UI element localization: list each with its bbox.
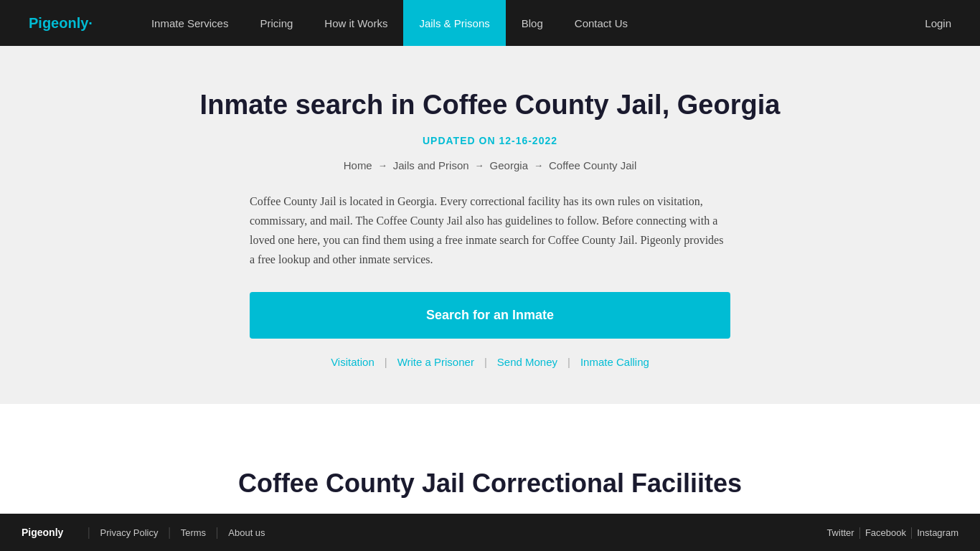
nav-blog[interactable]: Blog [506,0,559,46]
navigation: Pigeonly· Inmate Services Pricing How it… [0,0,980,46]
breadcrumb-facility[interactable]: Coffee County Jail [549,159,636,171]
nav-links: Inmate Services Pricing How it Works Jai… [136,0,925,46]
nav-contact-us[interactable]: Contact Us [559,0,644,46]
breadcrumb-home[interactable]: Home [344,159,372,171]
visitation-link[interactable]: Visitation [331,356,374,368]
page-title: Inmate search in Coffee County Jail, Geo… [29,89,951,122]
logo[interactable]: Pigeonly· [29,15,93,32]
instagram-link[interactable]: Instagram [917,527,958,538]
footer: Pigeonly | Privacy Policy | Terms | Abou… [0,514,980,551]
inmate-calling-link[interactable]: Inmate Calling [580,356,649,368]
twitter-link[interactable]: Twitter [826,527,854,538]
facilities-title: Coffee County Jail Correctional Faciliit… [29,468,951,499]
nav-jails-prisons[interactable]: Jails & Prisons [403,0,505,46]
hero-section: Inmate search in Coffee County Jail, Geo… [0,46,980,404]
footer-about-link[interactable]: About us [228,527,265,538]
footer-privacy-link[interactable]: Privacy Policy [100,527,159,538]
nav-how-it-works[interactable]: How it Works [308,0,403,46]
section-divider [0,404,980,440]
footer-social: Twitter | Facebook | Instagram [826,526,958,539]
updated-date: UPDATED ON 12-16-2022 [29,135,951,146]
search-inmate-button[interactable]: Search for an Inmate [250,292,730,339]
nav-inmate-services[interactable]: Inmate Services [136,0,245,46]
hero-description: Coffee County Jail is located in Georgia… [250,192,730,270]
footer-logo: Pigeonly [22,527,63,538]
breadcrumb-state[interactable]: Georgia [490,159,528,171]
nav-pricing[interactable]: Pricing [244,0,308,46]
facebook-link[interactable]: Facebook [865,527,906,538]
breadcrumb: Home → Jails and Prison → Georgia → Coff… [29,159,951,171]
breadcrumb-jails[interactable]: Jails and Prison [393,159,469,171]
send-money-link[interactable]: Send Money [497,356,557,368]
footer-terms-link[interactable]: Terms [181,527,206,538]
service-links: Visitation | Write a Prisoner | Send Mon… [29,356,951,368]
login-button[interactable]: Login [925,17,951,29]
write-prisoner-link[interactable]: Write a Prisoner [397,356,474,368]
